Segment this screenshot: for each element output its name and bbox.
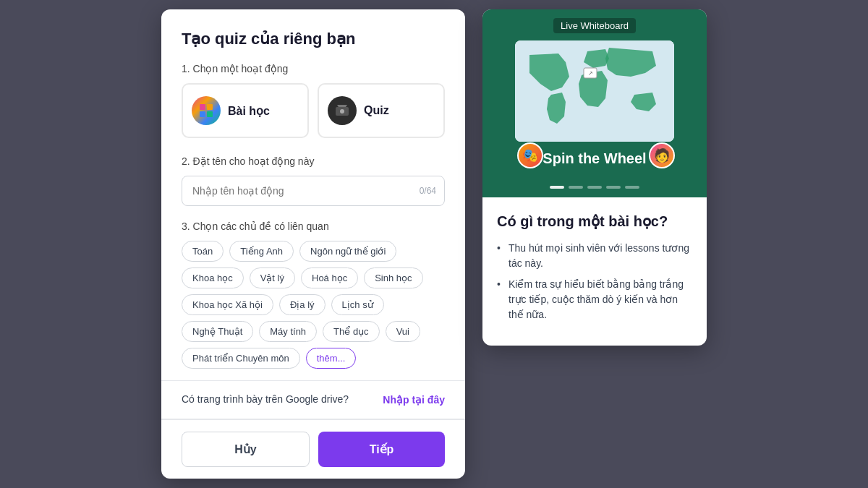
avatar-left: 🎭 xyxy=(517,142,543,168)
dot-2[interactable] xyxy=(569,186,583,189)
tag-nghe-thuat[interactable]: Nghệ Thuật xyxy=(182,321,253,342)
activity-card-lesson[interactable]: Bài học xyxy=(182,83,309,138)
tag-ngon-ngu[interactable]: Ngôn ngữ thế giới xyxy=(299,241,396,262)
right-panel: Live Whiteboard xyxy=(482,9,707,346)
char-count: 0/64 xyxy=(420,186,436,196)
activity-cards: Bài học Quiz xyxy=(182,83,445,138)
tag-phat-trien[interactable]: Phát triển Chuyên môn xyxy=(182,348,300,369)
tag-lich-su[interactable]: Lịch sử xyxy=(331,294,384,315)
tag-vui[interactable]: Vui xyxy=(386,321,420,342)
svg-marker-5 xyxy=(337,105,347,107)
svg-rect-2 xyxy=(200,111,205,117)
lesson-icon xyxy=(192,96,221,125)
modal-title: Tạo quiz của riêng bạn xyxy=(182,30,445,48)
tag-hoa-hoc[interactable]: Hoá học xyxy=(301,267,358,288)
create-quiz-modal: Tạo quiz của riêng bạn 1. Chọn một hoạt … xyxy=(161,9,465,479)
tags-section: 3. Chọn các chủ đề có liên quan Toán Tiế… xyxy=(182,221,445,369)
tags-container: Toán Tiếng Anh Ngôn ngữ thế giới Khoa họ… xyxy=(182,241,445,369)
name-section: 2. Đặt tên cho hoạt động này 0/64 xyxy=(182,155,445,206)
list-item-1: Thu hút mọi sinh viên với lessons tương … xyxy=(497,241,692,271)
tag-dia-ly[interactable]: Địa lý xyxy=(279,294,326,315)
panel-heading: Có gì trong một bài học? xyxy=(497,212,692,231)
tag-vat-ly[interactable]: Vật lý xyxy=(250,267,295,288)
svg-rect-3 xyxy=(207,111,213,117)
carousel-dots xyxy=(550,186,639,189)
tag-sinh-hoc[interactable]: Sinh học xyxy=(364,267,422,288)
carousel-area: Live Whiteboard xyxy=(482,9,707,197)
step1-label: 1. Chọn một hoạt động xyxy=(182,63,445,74)
step2-label: 2. Đặt tên cho hoạt động này xyxy=(182,155,445,167)
tag-more[interactable]: thêm... xyxy=(306,348,357,369)
quiz-icon xyxy=(328,96,357,125)
tag-khoa-hoc[interactable]: Khoa học xyxy=(182,267,244,288)
modal-footer: Hủy Tiếp xyxy=(161,419,465,479)
step3-label: 3. Chọn các chủ đề có liên quan xyxy=(182,221,445,232)
panel-content: Có gì trong một bài học? Thu hút mọi sin… xyxy=(482,197,707,346)
name-input-wrapper: 0/64 xyxy=(182,176,445,206)
tag-tieng-anh[interactable]: Tiếng Anh xyxy=(229,241,294,262)
tag-the-duc[interactable]: Thể dục xyxy=(323,321,380,342)
svg-point-6 xyxy=(340,109,344,114)
carousel-top-label: Live Whiteboard xyxy=(553,18,636,33)
svg-rect-1 xyxy=(207,104,213,110)
tag-toan[interactable]: Toán xyxy=(182,241,224,262)
next-button[interactable]: Tiếp xyxy=(318,432,445,467)
drive-section: Có trang trình bày trên Google drive? Nh… xyxy=(161,381,465,419)
activity-card-quiz[interactable]: Quiz xyxy=(318,83,445,138)
list-item-2: Kiểm tra sự hiểu biết bằng bảng trắng tr… xyxy=(497,277,692,322)
drive-text: Có trang trình bày trên Google drive? xyxy=(182,393,349,407)
modal-body: Tạo quiz của riêng bạn 1. Chọn một hoạt … xyxy=(161,9,465,380)
panel-list: Thu hút mọi sinh viên với lessons tương … xyxy=(497,241,692,322)
lesson-label: Bài học xyxy=(228,104,270,118)
dot-3[interactable] xyxy=(587,186,602,189)
world-map-container: ↗ xyxy=(515,40,674,142)
quiz-label: Quiz xyxy=(364,104,389,117)
cancel-button[interactable]: Hủy xyxy=(182,432,310,467)
dot-4[interactable] xyxy=(606,186,621,189)
drive-link[interactable]: Nhập tại đây xyxy=(383,394,445,406)
tag-khxh[interactable]: Khoa học Xã hội xyxy=(182,294,273,315)
svg-rect-0 xyxy=(200,104,205,110)
avatar-right: 🧑 xyxy=(649,142,675,168)
tag-may-tinh[interactable]: Máy tính xyxy=(259,321,317,342)
dot-5[interactable] xyxy=(625,186,639,189)
svg-text:↗: ↗ xyxy=(588,70,593,77)
carousel-title: Spin the Wheel xyxy=(542,150,646,167)
activity-name-input[interactable] xyxy=(182,176,445,206)
dot-1[interactable] xyxy=(550,186,564,189)
